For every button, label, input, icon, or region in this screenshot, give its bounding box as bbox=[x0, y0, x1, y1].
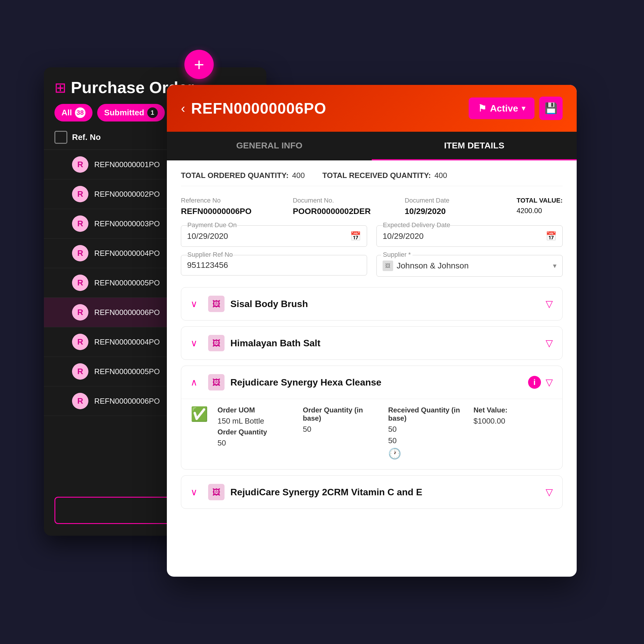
received-qty-label: Received Quantity (in base) bbox=[388, 406, 468, 422]
payment-due-value: 10/29/2020 bbox=[187, 232, 228, 241]
expected-delivery-value: 10/29/2020 bbox=[383, 232, 424, 241]
total-ordered-qty: TOTAL ORDERED QUANTITY: 400 bbox=[181, 171, 305, 180]
header-actions: ⚑ Active ▾ 💾 bbox=[469, 97, 563, 120]
net-value-label: Net Value: bbox=[474, 406, 553, 414]
supplier-wrapper: Supplier * 🖼 Johnson & Johnson ▾ bbox=[376, 255, 563, 277]
collapse-btn-himalayan[interactable]: ∨ bbox=[191, 338, 202, 349]
tab-all-label: All bbox=[61, 108, 72, 117]
collapse-btn-2crm[interactable]: ∨ bbox=[191, 487, 202, 498]
item-card-sisal-header[interactable]: ∨ 🖼 Sisal Body Brush ▽ bbox=[181, 287, 562, 320]
po-ref: REFN00000001PO bbox=[94, 160, 174, 169]
order-uom-value: 150 mL Bottle bbox=[217, 417, 297, 426]
item-details-rejudicare: ✅ Order UOM 150 mL Bottle Order Quantity… bbox=[181, 399, 562, 469]
document-no-value: POOR00000002DER bbox=[293, 207, 393, 216]
item-card-rejudicare-header[interactable]: ∧ 🖼 Rejudicare Synergy Hexa Cleanse i ▽ bbox=[181, 366, 562, 399]
item-image-2crm: 🖼 bbox=[208, 484, 225, 500]
select-all-checkbox[interactable] bbox=[54, 131, 67, 144]
reference-no-field: Reference No REFN00000006PO bbox=[181, 197, 281, 216]
triangle-icon-himalayan[interactable]: ▽ bbox=[546, 338, 553, 349]
expected-delivery-wrapper: Expected Delivery Date 10/29/2020 📅 bbox=[376, 225, 563, 247]
item-card-himalayan-header[interactable]: ∨ 🖼 Himalayan Bath Salt ▽ bbox=[181, 327, 562, 359]
detail-panel: ‹ REFN00000006PO ⚑ Active ▾ 💾 GENERAL IN… bbox=[167, 85, 577, 577]
detail-body: TOTAL ORDERED QUANTITY: 400 TOTAL RECEIV… bbox=[167, 160, 577, 577]
history-icon[interactable]: 🕐 bbox=[388, 448, 468, 460]
expected-delivery-input[interactable]: 10/29/2020 📅 bbox=[376, 225, 563, 247]
payment-due-input[interactable]: 10/29/2020 📅 bbox=[181, 225, 367, 247]
add-button[interactable]: + bbox=[184, 50, 214, 79]
total-received-label: TOTAL RECEIVED QUANTITY: bbox=[322, 171, 431, 180]
po-ref: REFN00000003PO bbox=[94, 219, 174, 228]
received-qty-value: 50 bbox=[388, 425, 468, 434]
supplier-ref-input[interactable]: 951123456 bbox=[181, 255, 367, 275]
po-avatar: R bbox=[72, 156, 88, 173]
dropdown-arrow-icon: ▾ bbox=[522, 104, 525, 112]
tab-item-details[interactable]: ITEM DETAILS bbox=[372, 132, 577, 160]
supplier-ref-wrapper: Supplier Ref No 951123456 bbox=[181, 255, 367, 277]
po-avatar: R bbox=[72, 275, 88, 291]
po-avatar: R bbox=[72, 334, 88, 350]
col-refno-header: Ref. No bbox=[72, 133, 174, 142]
active-label: Active bbox=[490, 103, 518, 114]
reference-no-value: REFN00000006PO bbox=[181, 207, 281, 216]
total-value-value: 4200.00 bbox=[517, 207, 563, 215]
item-image-rejudicare: 🖼 bbox=[208, 374, 225, 390]
po-ref: REFN00000006PO bbox=[94, 397, 174, 406]
tab-general-info[interactable]: GENERAL INFO bbox=[167, 132, 372, 160]
total-ordered-label: TOTAL ORDERED QUANTITY: bbox=[181, 171, 289, 180]
item-image-himalayan: 🖼 bbox=[208, 335, 225, 351]
order-uom-label: Order UOM bbox=[217, 406, 297, 414]
total-received-value: 400 bbox=[434, 171, 447, 180]
po-avatar: R bbox=[72, 393, 88, 409]
item-actions-himalayan: ▽ bbox=[546, 338, 553, 349]
po-avatar: R bbox=[72, 363, 88, 380]
net-value-value: $1000.00 bbox=[474, 417, 553, 426]
detail-header: ‹ REFN00000006PO ⚑ Active ▾ 💾 bbox=[167, 85, 577, 132]
po-ref: REFN00000005PO bbox=[94, 367, 174, 376]
tab-submitted-label: Submitted bbox=[104, 108, 144, 117]
document-date-field: Document Date 10/29/2020 bbox=[405, 197, 505, 216]
calendar-icon: 📅 bbox=[350, 231, 361, 241]
check-icon: ✅ bbox=[191, 406, 208, 422]
order-qty-base-col: Order Quantity (in base) 50 bbox=[303, 406, 383, 460]
tab-all[interactable]: All 38 bbox=[54, 104, 93, 121]
info-button-rejudicare[interactable]: i bbox=[528, 376, 541, 389]
item-actions-rejudicare: i ▽ bbox=[528, 376, 553, 389]
item-image-sisal: 🖼 bbox=[208, 296, 225, 312]
item-card-rejudicare: ∧ 🖼 Rejudicare Synergy Hexa Cleanse i ▽ … bbox=[181, 366, 563, 470]
calendar-icon-2: 📅 bbox=[546, 231, 556, 241]
item-name-sisal: Sisal Body Brush bbox=[230, 299, 540, 309]
po-ref: REFN00000004PO bbox=[94, 338, 174, 347]
item-card-himalayan: ∨ 🖼 Himalayan Bath Salt ▽ bbox=[181, 326, 563, 360]
payment-due-wrapper: Payment Due On 10/29/2020 📅 bbox=[181, 225, 367, 247]
po-avatar: R bbox=[72, 304, 88, 321]
document-no-field: Document No. POOR00000002DER bbox=[293, 197, 393, 216]
supplier-ref-value: 951123456 bbox=[187, 261, 228, 270]
supplier-field-label: Supplier * bbox=[381, 251, 412, 258]
tab-submitted[interactable]: Submitted 1 bbox=[97, 104, 165, 121]
save-button[interactable]: 💾 bbox=[539, 97, 563, 120]
item-actions-sisal: ▽ bbox=[546, 298, 553, 309]
item-detail-grid: Order UOM 150 mL Bottle Order Quantity 5… bbox=[217, 406, 553, 460]
collapse-btn-sisal[interactable]: ∨ bbox=[191, 298, 202, 309]
item-card-2crm: ∨ 🖼 RejudiCare Synergy 2CRM Vitamin C an… bbox=[181, 475, 563, 509]
back-button[interactable]: ‹ bbox=[181, 101, 185, 116]
detail-ref-no: REFN00000006PO bbox=[191, 100, 326, 117]
total-ordered-value: 400 bbox=[292, 171, 305, 180]
order-qty-base-value: 50 bbox=[303, 425, 383, 434]
tab-submitted-count: 1 bbox=[147, 107, 158, 118]
po-avatar: R bbox=[72, 215, 88, 232]
received-qty-value-2: 50 bbox=[388, 436, 468, 445]
triangle-icon-sisal[interactable]: ▽ bbox=[546, 298, 553, 309]
fields-grid: Reference No REFN00000006PO Document No.… bbox=[181, 197, 563, 216]
supplier-dropdown-icon: ▾ bbox=[553, 262, 556, 270]
po-ref: REFN00000002PO bbox=[94, 190, 174, 199]
triangle-icon-2crm[interactable]: ▽ bbox=[546, 487, 553, 498]
item-card-2crm-header[interactable]: ∨ 🖼 RejudiCare Synergy 2CRM Vitamin C an… bbox=[181, 476, 562, 508]
net-value-col: Net Value: $1000.00 bbox=[474, 406, 553, 460]
collapse-btn-rejudicare[interactable]: ∧ bbox=[191, 377, 202, 388]
save-icon: 💾 bbox=[544, 102, 558, 114]
triangle-icon-rejudicare[interactable]: ▽ bbox=[546, 377, 553, 388]
order-qty-value: 50 bbox=[217, 439, 297, 448]
active-button[interactable]: ⚑ Active ▾ bbox=[469, 97, 535, 119]
item-card-sisal: ∨ 🖼 Sisal Body Brush ▽ bbox=[181, 287, 563, 321]
